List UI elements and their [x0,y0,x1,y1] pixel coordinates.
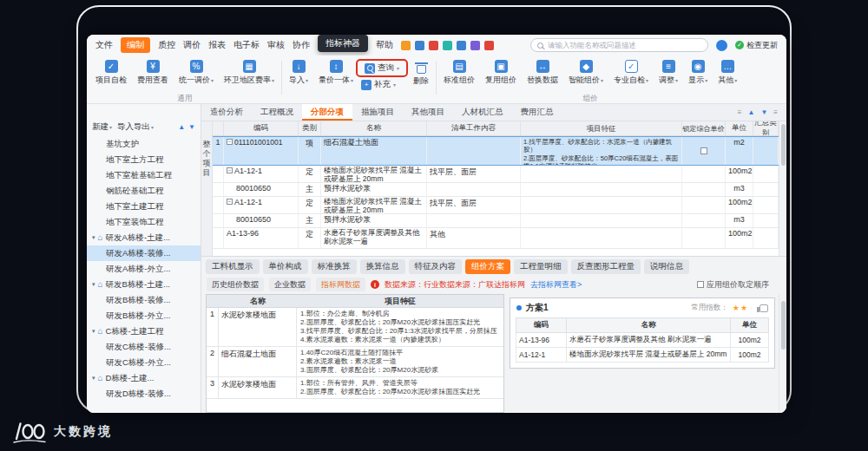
move-down-icon[interactable]: ▼ [760,108,767,116]
tab-sub-items[interactable]: 分部分项 [302,104,352,121]
menu-item-report[interactable]: 报表 [208,39,226,51]
import-export-button[interactable]: 导入导出 ▾ [117,121,154,133]
menu-item-compile[interactable]: 编制 [121,37,150,53]
toolbar-qty-price-button[interactable]: ↕ 量价一体▾ [313,57,358,88]
tab-other-items[interactable]: 其他项目 [403,104,453,121]
toolbar-project-check-button[interactable]: ✓ 项目自检 [90,57,132,88]
apply-pricing-checkbox[interactable] [697,281,704,288]
check-update-button[interactable]: ✓ 检查更新 [735,40,778,51]
tab-reverse-lookup[interactable]: 反查图形工程量 [571,259,641,274]
collapse-icon[interactable]: − [227,139,233,145]
list-icon[interactable]: ≡ [738,108,742,116]
plugin-quick-icon-4[interactable] [443,41,452,50]
tab-labor-material-summary[interactable]: 人材机汇总 [453,104,512,121]
tab-quantity-detail[interactable]: 工程量明细 [514,259,568,274]
tab-unit-price[interactable]: 单价构成 [263,259,308,274]
tab-feature-content[interactable]: 特征及内容 [409,259,463,274]
sidebar-tree-item[interactable]: ▾⌂研发B栋楼-土建... [87,277,201,292]
sidebar-tree-item[interactable]: 地下室桩基础工程 [87,167,201,183]
grid-row[interactable]: 80010650 主 预拌水泥砂浆 m3 [213,183,779,197]
grid-row[interactable]: 80010650 主 预拌水泥砂浆 m3 [213,214,779,228]
toolbar-professional-check-button[interactable]: ✓ 专业自检▾ [608,57,654,88]
grid-row[interactable]: −A1-12-1 定 楼地面水泥砂浆找平层 混凝土或硬基层上 20mm 找平层、… [213,166,779,183]
plan-table-row[interactable]: A1-13-96 水磨石子砂浆厚度调整及其他 刷水泥浆一遍 100m2 [516,333,769,348]
tab-description[interactable]: 说明信息 [644,259,689,274]
menu-item-collab[interactable]: 协作 [293,39,310,51]
feature-table-row[interactable]: 2 细石混凝土地面 1.40厚C20细石混凝土随打随抹平 2.素水泥浆遍数：素水… [207,347,503,377]
tab-labor-machine[interactable]: 工料机显示 [206,259,260,274]
menu-item-audit[interactable]: 审核 [267,39,285,51]
feature-table-row[interactable]: 1 水泥砂浆楼地面 1.部位：办公走廊、制冷机房 2.面层厚度、砂浆配合比：20… [207,308,503,347]
tab-project-overview[interactable]: 工程概况 [252,104,302,121]
toolbar-standard-pricing-button[interactable]: ▤ 标准组价 [438,57,480,88]
sidebar-tree-item[interactable]: 研发D栋楼-装修... [87,386,201,402]
menu-item-help[interactable]: 帮助 [376,39,393,51]
sidebar-tree-item[interactable]: 地下室土建工程 [87,199,201,214]
plugin-quick-icon-2[interactable] [415,41,424,50]
toolbar-area-rate-button[interactable]: ▦ 环卫地区费率▾ [219,57,279,88]
tab-measure-items[interactable]: 措施项目 [352,104,403,121]
move-up-icon[interactable]: ▲ [747,108,754,116]
tab-conversion-info[interactable]: 换算信息 [360,259,405,274]
lock-price-checkbox[interactable] [700,147,707,154]
scrollbar-thumb[interactable] [781,124,786,166]
move-up-icon[interactable]: ▲ [178,123,185,131]
scrollbar-thumb[interactable] [781,301,786,350]
toolbar-import-button[interactable]: ↓ 导入▾ [284,57,313,88]
sidebar-tree-item[interactable]: ▾⌂C栋楼-土建工程 [87,324,201,339]
sidebar-tree-item[interactable]: 研发C栋楼-装修... [87,339,201,355]
sidebar-tree-item[interactable]: 基坑支护 [87,136,201,152]
new-button[interactable]: 新建 ▾ [92,121,112,133]
assistant-icon[interactable] [716,40,727,51]
search-input[interactable] [548,41,701,49]
sidebar-tree-item[interactable]: 钢筋砼基础工程 [87,183,201,199]
feature-table-row[interactable]: 3 水泥砂浆楼地面 1.部位：所有管井、风井、管道夹层等 2.面层厚度、砂浆配合… [207,377,503,399]
move-down-icon[interactable]: ▼ [188,123,195,131]
sidebar-tree-item-selected[interactable]: 研发A栋楼-装修... [87,245,201,261]
menu-icon[interactable]: ≡ [773,108,778,116]
toolbar-others-button[interactable]: … 其他▾ [713,57,742,88]
tab-standard-conversion[interactable]: 标准换算 [312,259,357,274]
toolbar-display-button[interactable]: ◉ 显示▾ [683,57,713,88]
toolbar-fee-view-button[interactable]: ¥ 费用查看 [132,57,174,88]
thumbs-up-button[interactable] [760,304,768,312]
grid-row[interactable]: A1-13-96 定 水磨石子砂浆厚度调整及其他 刷水泥浆一遍 其他 100m2 [213,228,779,249]
tab-fee-summary[interactable]: 费用汇总 [512,104,562,121]
grid-row[interactable]: −A1-12-1 定 楼地面水泥砂浆找平层 混凝土或硬基层上 20mm 找平层、… [213,197,779,214]
menu-item-adjust-price[interactable]: 调价 [183,39,201,51]
sidebar-tree-item[interactable]: 地下室装饰工程 [87,214,201,230]
plugin-quick-icon-5[interactable] [457,41,466,50]
toolbar-replace-data-button[interactable]: ↔ 替换数据 [522,57,563,88]
toolbar-adjust-button[interactable]: ≡ 调整▾ [654,57,683,88]
sidebar-tree-item[interactable]: ▾⌂D栋楼-土建... [87,370,201,386]
collapse-icon[interactable]: − [227,199,233,205]
sidebar-tree-item[interactable]: 研发B栋楼-外立... [87,308,201,324]
vertical-scrollbar[interactable] [779,121,786,256]
sidebar-tree-item[interactable]: 地下室土方工程 [87,152,201,167]
sidebar-tree-item[interactable]: 研发C栋楼-外立... [87,355,201,370]
toolbar-delete-button[interactable]: 删除 [408,57,434,89]
toolbar-query-button[interactable]: 查询 ▾ [362,62,402,75]
source-enterprise-button[interactable]: 企业数据 [269,278,311,291]
sidebar-tree-item[interactable]: 研发B栋楼-装修... [87,292,201,308]
tab-cost-analysis[interactable]: 造价分析 [201,104,252,121]
plan-table-row[interactable]: A1-12-1 楼地面水泥砂浆找平层 混凝土或硬基层上 20mm 100m2 [516,348,769,363]
toolbar-supplement-button[interactable]: + 补充 ▾ [358,78,408,91]
collapse-icon[interactable]: − [227,167,233,173]
menu-item-indicator-plugin[interactable]: 指标神器 [318,35,368,52]
toolbar-unified-adjust-button[interactable]: % 统一调价▾ [174,57,219,88]
tab-pricing-plan[interactable]: 组价方案 [465,259,510,274]
source-indicator-net-button[interactable]: 指标网数据 [316,278,365,291]
toolbar-smart-pricing-button[interactable]: ◆ 智能组价▾ [563,57,608,88]
toolbar-reuse-pricing-button[interactable]: ▣ 复用组价 [480,57,522,88]
indicator-net-link[interactable]: 去指标网查看> [530,279,582,291]
grid-row-selected[interactable]: 1 −011101001001 项 细石混凝土地面 1.找平层厚度、砂浆配合比：… [213,136,779,166]
source-history-button[interactable]: 历史组价数据 [207,278,264,291]
menu-item-file[interactable]: 文件 [95,39,113,51]
menu-item-qc[interactable]: 质控 [158,39,175,51]
plugin-quick-icon-7[interactable] [484,41,494,50]
plugin-quick-icon-3[interactable] [429,41,438,50]
plugin-quick-icon-1[interactable] [401,41,411,50]
plugin-quick-icon-6[interactable] [470,41,480,50]
vertical-scrollbar[interactable] [779,294,786,413]
